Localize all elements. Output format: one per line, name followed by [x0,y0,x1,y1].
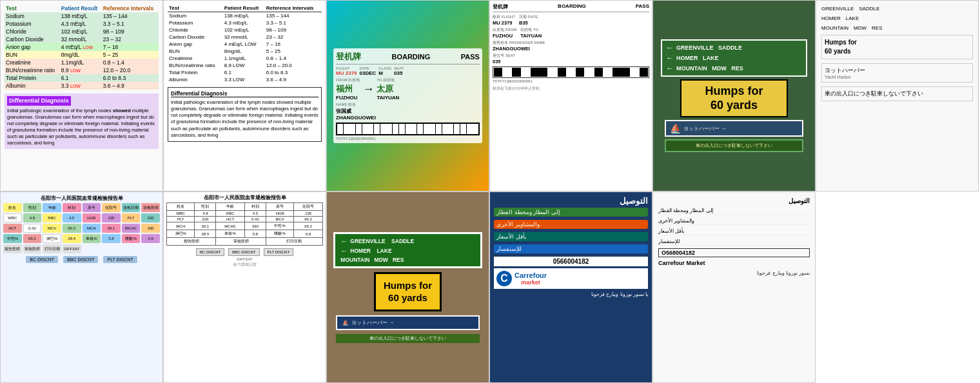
bp-ticket-number: TKTF71360022840091 [336,137,480,141]
form-cell: MCH [83,224,101,233]
col-test: Test [5,5,60,12]
rs-row-homer: ← HOMER LAKE [340,247,475,255]
test-result: 6.1 [223,69,265,76]
form-value: 30.1 [195,222,216,230]
rs-row-greenville: ← GREENVILLE SADDLE [340,237,475,245]
yacht-harbor-sign: ⛵ ヨットハーバー → [665,120,803,137]
test-result: 8.9 LOW [223,62,265,69]
extracted-sign-row3: MOUNTAIN MDW RES [821,25,973,31]
bp-title-en: BOARDING [391,53,430,61]
bp-flight-row: FLIGHTMU 2379 DATE03DEC CLASSM SEAT035 [336,66,480,76]
form-label: 科别 [244,203,266,211]
plt-discnt-btn[interactable]: PLT DISCNT [103,256,137,263]
japanese-sign-text: 車の出入口につき駐車しないで下さい [825,90,970,98]
test-name: Anion gap [168,41,223,48]
main-grid: Test Patient Result Reference Intervals … [0,0,980,383]
bp4-barcode [493,66,649,78]
bp4-footnote: 航班起飞前10分钟停止登机 [493,86,649,92]
test-name: Potassium [5,20,60,28]
cell-chinese-form-bw: 岳阳市一人民医院血常规检验报告单 姓名 性别 年龄 科别 床号 住院号 WBC … [163,192,326,383]
boat-icon-ref: ⛵ [342,320,349,326]
form-cell: MCHC [122,224,141,233]
test-result: 4 mEq/L LOW [60,43,102,51]
bbc-discnt-bw[interactable]: BBC DISCNT [228,248,259,256]
diff-text-color: Initial pathologic examination of the ly… [7,108,156,147]
extracted-row-prices: بأقل الأسعار [658,228,810,235]
sign-text-greenville: GREENVILLE SADDLE [676,44,742,51]
delivery-row-inquiry: للإستفسار [494,244,648,253]
bp-passenger-row: NAME 姓名 张国威 ZHANGGUOWEI [336,102,480,121]
arabic-bottom-extracted: نسور نورونا وبيارج فرحونا [658,270,810,276]
test-ref: 6.0 to 8.3 [265,69,322,76]
boarding-pass-colorful: 登机牌 BOARDING PASS FLIGHTMU 2379 DATE03DE… [333,48,482,143]
form-grid-colored: 姓名 性别 年龄 科别 床号 住院号 送检日期 送检医师 WBC 4.8 RBC… [3,203,160,253]
cell-boarding-pass-form: 登机牌 BOARDING PASS 航班 FLIGHTMU 2379 日期 DA… [489,0,652,192]
col-result-bw: Patient Result [223,5,265,12]
bc-discnt-btn[interactable]: BC DISCNT [26,256,58,263]
test-result: 3.3 LOW [60,82,102,90]
form-buttons: BC DISCNT BBC DISCNT PLT DISCNT [26,256,137,263]
arabic-trips-text: والمشاوير الأخرى [658,218,694,224]
humps-line2: 60 yards [688,99,780,113]
delivery-trips-ar: والمشاوير الأخرى [496,221,540,228]
form-title-bw: 岳阳市一人民医院血常规检验报告单 [204,195,286,201]
test-ref: 5 – 25 [265,48,322,55]
test-result: 8mg/dL [223,48,265,55]
yacht-harbor-en-text: Yacht Harbor [825,75,970,79]
form-label: PLT [167,217,195,222]
humps-yards-text: 60 yards [825,47,970,56]
form-value: 0.6 [294,230,323,238]
form-cell: 姓名 [3,203,22,212]
form-cell: 报告医师 [3,244,22,253]
yacht-harbor-jp-text: ヨットハーバー [825,66,970,75]
form-cell: 床号 [83,203,101,212]
lab-table-color: Test Patient Result Reference Intervals … [5,5,159,90]
plt-discnt-bw[interactable]: PLT DISCNT [264,248,293,256]
test-name: Carbon Dioxide [168,34,223,41]
form-label: MCH [167,222,195,230]
carrefour-logo: C Carrefour market [494,268,648,289]
bc-discnt-bw[interactable]: BC DISCNT [196,248,224,256]
cell-medical-bw: Test Patient Result Reference Intervals … [163,0,326,192]
bp4-title-en: BOARDING [558,3,586,10]
form-value: 65.2 [294,222,323,230]
form-label: 性别 [195,203,216,211]
test-name: BUN/creatinine ratio [5,66,60,74]
arabic-inquiry-text: للإستفسار [658,239,680,244]
form-cell: RBC [43,213,61,222]
bp4-passenger-row: 旅客姓名 PASSENGER NAMEZHANGGUOWEI [493,40,649,52]
extracted-sign-row2: HOMER LAKE [821,15,973,21]
test-name: Creatinine [5,59,60,66]
arabic-prices-text: بأقل الأسعار [658,228,684,234]
form-label: 淋巴% [167,230,195,238]
cell-road-sign-ref: ← GREENVILLE SADDLE ← HOMER LAKE MOUNTAI… [326,192,489,383]
delivery-airport-ar: إلى المطار ومحطة القطار [496,209,560,215]
sign-row-homer: ← HOMER LAKE [666,54,802,63]
test-name: BUN/creatinine ratio [168,62,223,69]
delivery-inquiry-ar: للإستفسار [496,246,522,252]
rs-text-homer: HOMER LAKE [350,248,391,254]
saddle-text: SADDLE [859,6,879,12]
test-ref: 7 – 16 [265,41,322,48]
bbc-discnt-btn[interactable]: BBC DISCNT [63,256,98,263]
test-name: Creatinine [168,55,223,62]
test-ref: 5 – 25 [102,51,159,59]
form-label: 报告医师 [167,238,216,246]
form-cell: DIFFSAT [63,244,81,253]
humps-sign: Humps for 60 yards [680,79,788,117]
test-result: 4 mEq/L LOW [223,41,265,48]
form-cell: 30.1 [102,224,121,233]
sign-text-mountain: MOUNTAIN MDW RES [676,65,743,72]
bw-buttons: BC DISCNT BBC DISCNT PLT DISCNT [196,248,293,256]
carrefour-name: Carrefour [514,271,547,279]
test-name: Potassium [168,19,223,26]
form-cell: 4.5 [63,213,81,222]
delivery-phone-number: 0566004182 [494,257,648,266]
test-result: 32 mmol/L [60,35,102,43]
test-ref: 23 – 32 [265,34,322,41]
test-result: 4.3 mEq/L [223,19,265,26]
form-label: 中性% [266,222,293,230]
test-ref: 3.6 – 4.9 [265,76,322,83]
humps-line1: Humps for [688,84,780,99]
form-title-color: 岳阳市一人民医院血常规检验报告单 [41,195,123,202]
